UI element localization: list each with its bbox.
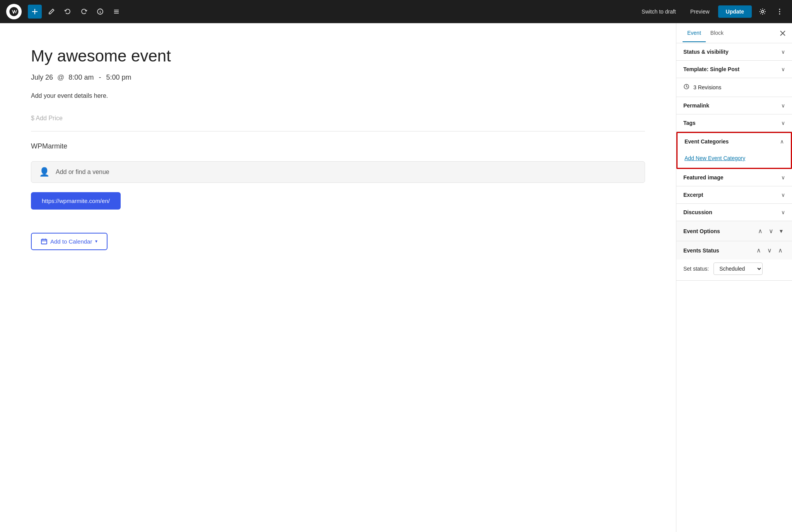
calendar-icon bbox=[41, 238, 47, 244]
panel-template-title: Template: Single Post bbox=[683, 66, 739, 72]
venue-text: Add or find a venue bbox=[56, 169, 109, 176]
panel-event-categories-content: Add New Event Category bbox=[678, 150, 791, 168]
tab-event[interactable]: Event bbox=[683, 24, 706, 42]
dropdown-chevron-icon: ▾ bbox=[95, 239, 97, 244]
panel-tags-header[interactable]: Tags ∨ bbox=[676, 114, 792, 131]
main-layout: My awesome event July 26 @ 8:00 am - 5:0… bbox=[0, 23, 792, 532]
edit-mode-button[interactable] bbox=[45, 5, 58, 18]
event-options-close-icon[interactable]: ▾ bbox=[777, 227, 785, 235]
event-date: July 26 @ 8:00 am - 5:00 pm bbox=[31, 73, 645, 82]
info-button[interactable] bbox=[94, 5, 107, 18]
revisions-row[interactable]: 3 Revisions bbox=[676, 78, 792, 97]
panel-permalink-header[interactable]: Permalink ∨ bbox=[676, 97, 792, 114]
panel-status-visibility-title: Status & visibility bbox=[683, 49, 729, 55]
panel-discussion-title: Discussion bbox=[683, 209, 712, 215]
events-status-content: Set status: Scheduled Draft Published Ca… bbox=[676, 259, 792, 280]
panel-tags-title: Tags bbox=[683, 120, 696, 126]
panel-events-status-title: Events Status bbox=[683, 247, 719, 254]
event-organizer: WPMarmite bbox=[31, 142, 645, 150]
event-options-controls: ∧ ∨ ▾ bbox=[756, 227, 785, 235]
events-status-up-icon[interactable]: ∧ bbox=[754, 246, 763, 255]
featured-image-chevron-down-icon: ∨ bbox=[781, 174, 785, 181]
permalink-chevron-down-icon: ∨ bbox=[781, 102, 785, 109]
switch-to-draft-button[interactable]: Switch to draft bbox=[636, 6, 682, 17]
event-options-up-icon[interactable]: ∧ bbox=[756, 227, 765, 235]
more-options-button[interactable] bbox=[773, 5, 786, 18]
tags-chevron-down-icon: ∨ bbox=[781, 120, 785, 126]
excerpt-chevron-down-icon: ∨ bbox=[781, 192, 785, 198]
panel-event-categories-title: Event Categories bbox=[684, 138, 729, 145]
panel-status-visibility: Status & visibility ∨ bbox=[676, 43, 792, 61]
panel-event-options: Event Options ∧ ∨ ▾ bbox=[676, 221, 792, 241]
wp-logo-button[interactable] bbox=[6, 4, 22, 19]
panel-permalink: Permalink ∨ bbox=[676, 97, 792, 114]
panel-discussion-header[interactable]: Discussion ∨ bbox=[676, 204, 792, 221]
panel-permalink-title: Permalink bbox=[683, 102, 709, 109]
event-title[interactable]: My awesome event bbox=[31, 46, 645, 66]
svg-point-10 bbox=[779, 11, 780, 12]
event-options-down-icon[interactable]: ∨ bbox=[766, 227, 776, 235]
panel-events-status-header[interactable]: Events Status ∧ ∨ ∧ bbox=[676, 241, 792, 259]
add-to-calendar-wrapper: Add to Calendar ▾ bbox=[31, 233, 645, 250]
at-symbol: @ bbox=[57, 73, 64, 81]
update-button[interactable]: Update bbox=[718, 5, 752, 18]
add-to-calendar-button[interactable]: Add to Calendar ▾ bbox=[31, 233, 108, 250]
panel-event-categories: Event Categories ∧ Add New Event Categor… bbox=[676, 132, 792, 169]
events-status-controls: ∧ ∨ ∧ bbox=[754, 246, 785, 255]
discussion-chevron-down-icon: ∨ bbox=[781, 209, 785, 215]
template-chevron-down-icon: ∨ bbox=[781, 66, 785, 72]
add-new-event-category-link[interactable]: Add New Event Category bbox=[684, 155, 745, 161]
panel-event-options-header[interactable]: Event Options ∧ ∨ ▾ bbox=[676, 221, 792, 241]
section-divider bbox=[31, 131, 645, 131]
panel-event-options-title: Event Options bbox=[683, 228, 720, 234]
settings-button[interactable] bbox=[755, 4, 770, 19]
panel-events-status: Events Status ∧ ∨ ∧ Set status: Schedule… bbox=[676, 241, 792, 281]
toolbar-right: Switch to draft Preview Update bbox=[636, 4, 786, 19]
venue-row[interactable]: 👤 Add or find a venue bbox=[31, 161, 645, 183]
panel-revisions: 3 Revisions bbox=[676, 78, 792, 97]
undo-button[interactable] bbox=[61, 5, 74, 18]
svg-point-11 bbox=[779, 13, 780, 14]
add-to-calendar-label: Add to Calendar bbox=[50, 238, 92, 245]
sidebar-tabs: Event Block bbox=[676, 23, 792, 43]
event-date-value: July 26 bbox=[31, 73, 53, 81]
tab-block[interactable]: Block bbox=[706, 24, 728, 42]
add-block-button[interactable] bbox=[28, 5, 42, 19]
sidebar-close-button[interactable] bbox=[780, 30, 786, 36]
panel-excerpt-header[interactable]: Excerpt ∨ bbox=[676, 186, 792, 203]
panel-featured-image-header[interactable]: Featured image ∨ bbox=[676, 169, 792, 186]
revisions-clock-icon bbox=[683, 84, 690, 91]
panel-template: Template: Single Post ∨ bbox=[676, 61, 792, 78]
editor-area: My awesome event July 26 @ 8:00 am - 5:0… bbox=[0, 23, 676, 532]
svg-point-9 bbox=[779, 9, 780, 10]
panel-discussion: Discussion ∨ bbox=[676, 204, 792, 221]
svg-point-4 bbox=[100, 10, 101, 10]
panel-tags: Tags ∨ bbox=[676, 114, 792, 132]
panel-event-categories-header[interactable]: Event Categories ∧ bbox=[678, 133, 791, 150]
panel-excerpt-title: Excerpt bbox=[683, 192, 703, 198]
preview-button[interactable]: Preview bbox=[685, 6, 715, 17]
panel-excerpt: Excerpt ∨ bbox=[676, 186, 792, 204]
status-select[interactable]: Scheduled Draft Published Cancelled bbox=[713, 263, 763, 275]
events-status-collapse-icon[interactable]: ∧ bbox=[776, 246, 785, 255]
list-view-button[interactable] bbox=[110, 5, 123, 18]
redo-button[interactable] bbox=[77, 5, 90, 18]
panel-template-header[interactable]: Template: Single Post ∨ bbox=[676, 61, 792, 78]
set-status-label: Set status: bbox=[683, 266, 709, 272]
panel-featured-image: Featured image ∨ bbox=[676, 169, 792, 186]
sidebar: Event Block Status & visibility ∨ Templa… bbox=[676, 23, 792, 532]
panel-featured-image-title: Featured image bbox=[683, 174, 723, 181]
event-url-button[interactable]: https://wpmarmite.com/en/ bbox=[31, 192, 121, 210]
add-price-field[interactable]: $ Add Price bbox=[31, 115, 645, 122]
venue-icon: 👤 bbox=[39, 167, 50, 177]
event-time-end: 5:00 pm bbox=[106, 73, 131, 81]
panel-status-visibility-header[interactable]: Status & visibility ∨ bbox=[676, 43, 792, 60]
event-description[interactable]: Add your event details here. bbox=[31, 91, 645, 101]
event-time-start: 8:00 am bbox=[68, 73, 94, 81]
time-dash: - bbox=[99, 73, 101, 81]
toolbar-left bbox=[6, 4, 634, 19]
revisions-text: 3 Revisions bbox=[693, 84, 721, 90]
svg-point-8 bbox=[761, 10, 764, 13]
events-status-down-icon[interactable]: ∨ bbox=[765, 246, 774, 255]
event-url-wrapper: https://wpmarmite.com/en/ bbox=[31, 192, 645, 223]
